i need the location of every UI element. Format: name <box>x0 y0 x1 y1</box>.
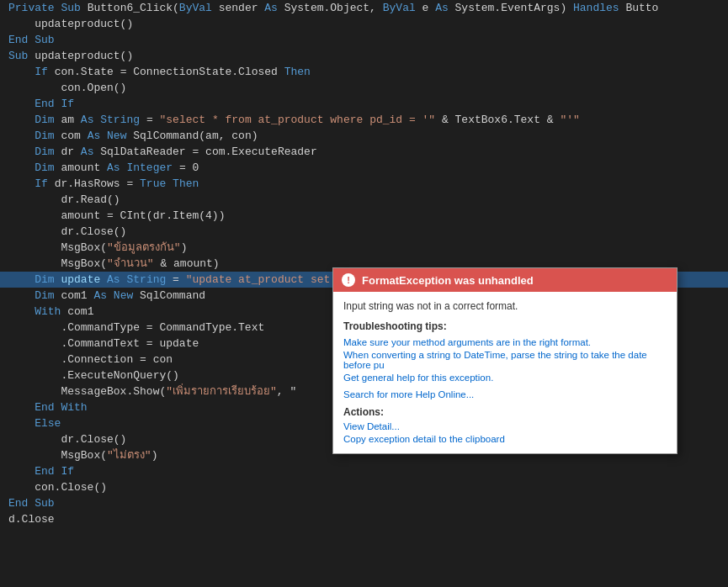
code-line: dr.Close() <box>0 224 728 240</box>
code-line: Dim dr As SqlDataReader = com.ExecuteRea… <box>0 144 728 160</box>
view-detail-link[interactable]: View Detail... <box>343 421 667 431</box>
code-line: End Sub <box>0 495 728 511</box>
error-title: FormatException was unhandled <box>362 274 534 287</box>
code-line: con.Open() <box>0 80 728 96</box>
code-line: Sub updateproduct() <box>0 48 728 64</box>
code-line: End If <box>0 463 728 479</box>
code-line: con.Close() <box>0 479 728 495</box>
error-body: Input string was not in a correct format… <box>333 292 677 453</box>
troubleshoot-title: Troubleshooting tips: <box>343 320 667 332</box>
error-title-bar: ! FormatException was unhandled <box>333 268 677 292</box>
code-editor: Private Sub Button6_Click(ByVal sender A… <box>0 0 728 587</box>
error-popup: ! FormatException was unhandled Input st… <box>332 267 678 454</box>
code-line: If dr.HasRows = True Then <box>0 176 728 192</box>
copy-exception-link[interactable]: Copy exception detail to the clipboard <box>343 434 667 444</box>
search-help-link[interactable]: Search for more Help Online... <box>343 389 667 399</box>
tip-3[interactable]: Get general help for this exception. <box>343 373 667 383</box>
troubleshoot-list: Make sure your method arguments are in t… <box>343 337 667 383</box>
code-line: d.Close <box>0 511 728 527</box>
tip-2[interactable]: When converting a string to DateTime, pa… <box>343 350 667 370</box>
code-line: MsgBox("ข้อมูลตรงกัน") <box>0 240 728 256</box>
code-line: Dim am As String = "select * from at_pro… <box>0 112 728 128</box>
code-line: updateproduct() <box>0 16 728 32</box>
tip-1[interactable]: Make sure your method arguments are in t… <box>343 337 667 347</box>
code-line: Dim amount As Integer = 0 <box>0 160 728 176</box>
actions-title: Actions: <box>343 406 667 418</box>
code-line: amount = CInt(dr.Item(4)) <box>0 208 728 224</box>
error-message: Input string was not in a correct format… <box>343 300 667 312</box>
code-line: Private Sub Button6_Click(ByVal sender A… <box>0 0 728 16</box>
code-line: If con.State = ConnectionState.Closed Th… <box>0 64 728 80</box>
code-line: End Sub <box>0 32 728 48</box>
code-line: Dim com As New SqlCommand(am, con) <box>0 128 728 144</box>
error-warning-icon: ! <box>342 273 355 287</box>
code-line: End If <box>0 96 728 112</box>
code-line: dr.Read() <box>0 192 728 208</box>
